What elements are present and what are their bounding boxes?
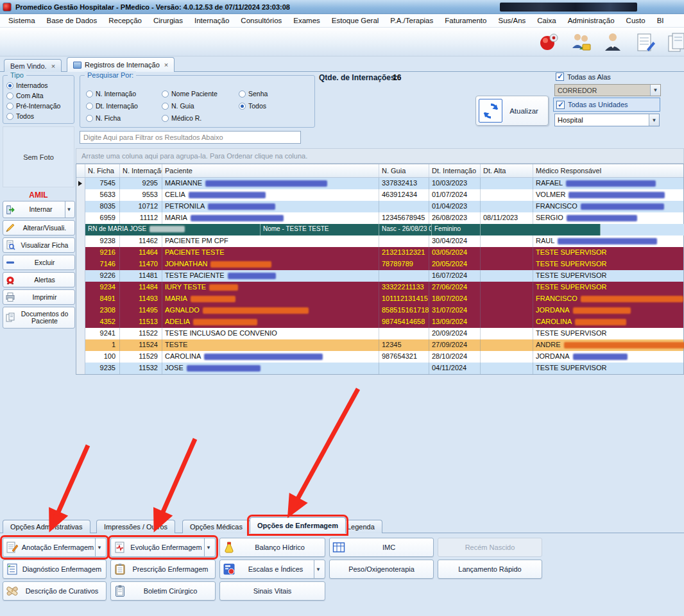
radio-n-guia[interactable]: N. Guia xyxy=(162,101,239,111)
rn-detail-row[interactable]: RN de MARIA JOSENome - TESTE TESTENasc -… xyxy=(76,224,683,235)
radio-icon[interactable] xyxy=(162,103,169,110)
documentos-do-paciente-button[interactable]: Documentos do Paciente xyxy=(3,307,75,329)
todas-alas-checkbox[interactable]: Todas as Alas xyxy=(556,73,611,81)
radio-todos[interactable]: Todos xyxy=(6,111,60,121)
menu-item-cirurgias[interactable]: Cirurgias xyxy=(148,15,189,26)
ala-dropdown[interactable]: CORREDOR ▼ xyxy=(554,84,661,96)
radio-icon[interactable] xyxy=(162,115,169,122)
visualizar-ficha-button[interactable]: Visualizar Ficha xyxy=(3,237,75,253)
unidade-dropdown[interactable]: Hospital ▼ xyxy=(554,114,660,126)
table-row[interactable]: 849111493MARIA10111213141518/07/2024FRAN… xyxy=(76,293,683,305)
radio-icon[interactable] xyxy=(86,90,93,98)
patients-icon[interactable] xyxy=(570,31,592,53)
menu-item-consultorios[interactable]: Consultórios xyxy=(235,15,287,26)
radio-icon[interactable] xyxy=(6,103,13,110)
table-row[interactable]: 923511532JOSE04/11/2024TESTE SUPERVISOR xyxy=(76,363,683,374)
group-by-bar[interactable]: Arraste uma coluna aqui para agrupa-la. … xyxy=(76,148,684,164)
tab-legenda[interactable]: Legenda xyxy=(339,520,382,533)
support-icon[interactable] xyxy=(538,31,560,53)
tab-opcoes-medicas[interactable]: Opções Médicas xyxy=(182,520,250,533)
menu-item-bi[interactable]: BI xyxy=(651,15,670,26)
table-row[interactable]: 75459295MARIANNE33783241310/03/2023RAFAE… xyxy=(76,178,683,189)
tab-impressoes-outros[interactable]: Impressões / Outros xyxy=(96,520,175,533)
menu-item-custo[interactable]: Custo xyxy=(620,15,651,26)
radio-n-ficha[interactable]: N. Ficha xyxy=(86,113,162,123)
radio-icon[interactable] xyxy=(86,115,93,122)
table-row[interactable]: 10011529CAROLINA98765432128/10/2024JORDA… xyxy=(76,351,683,363)
table-row[interactable]: 923411484IURY TESTE3332221113327/06/2024… xyxy=(76,282,683,293)
column-header-dt-internacao[interactable]: Dt. Internação xyxy=(429,164,481,177)
tab-bem-vindo[interactable]: Bem Vindo. × xyxy=(4,59,62,72)
radio-icon[interactable] xyxy=(6,113,13,120)
radio-todos[interactable]: Todos xyxy=(239,101,303,111)
chevron-down-icon[interactable]: ▼ xyxy=(95,538,103,556)
balanco-hidrico-button[interactable]: Balanço Hídrico xyxy=(219,538,325,557)
column-header-paciente[interactable]: Paciente xyxy=(162,164,379,177)
radio-com-alta[interactable]: Com Alta xyxy=(6,90,60,101)
excluir-button[interactable]: Excluir xyxy=(3,255,75,270)
radio-icon[interactable] xyxy=(86,103,93,110)
menu-item-sus-ans[interactable]: Sus/Ans xyxy=(492,15,531,26)
imprimir-button[interactable]: Imprimir xyxy=(3,289,75,305)
refresh-button[interactable]: Atualizar xyxy=(475,96,549,126)
tab-opcoes-adminstrativas[interactable]: Opções Adminstrativas xyxy=(3,520,90,533)
alterar-visuali-button[interactable]: Alterar/Visuali. xyxy=(3,220,75,235)
menu-item-caixa[interactable]: Caixa xyxy=(531,15,561,26)
tab-close-icon[interactable]: × xyxy=(51,62,55,70)
table-row[interactable]: 695911112MARIA1234567894526/08/202308/11… xyxy=(76,212,683,224)
filter-input[interactable] xyxy=(80,131,301,144)
chevron-down-icon[interactable]: ▼ xyxy=(650,85,660,96)
descricao-de-curativos-button[interactable]: Descrição de Curativos xyxy=(3,581,107,601)
internar-button[interactable]: Internar▼ xyxy=(3,201,75,218)
menu-item-exames[interactable]: Exames xyxy=(287,15,326,26)
chevron-down-icon[interactable]: ▼ xyxy=(649,114,659,126)
documents-icon[interactable] xyxy=(666,31,684,53)
menu-item-administracao[interactable]: Administração xyxy=(562,15,620,26)
tab-close-icon[interactable]: × xyxy=(164,61,168,69)
table-row[interactable]: 922611481TESTE PACIENTE16/07/2024TESTE S… xyxy=(76,270,683,282)
menu-item-base-de-dados[interactable]: Base de Dados xyxy=(41,15,103,26)
evolucao-enfermagem-button[interactable]: Evolução Enfermagem▼ xyxy=(110,538,216,557)
menu-item-estoque-geral[interactable]: Estoque Geral xyxy=(326,15,385,26)
column-header-dt-alta[interactable]: Dt. Alta xyxy=(481,164,533,177)
todas-unidades-checkbox[interactable]: Todas as Unidades xyxy=(553,98,660,112)
column-header-n-ficha[interactable]: N. Ficha xyxy=(85,164,120,177)
sinais-vitais-button[interactable]: Sinais Vitais xyxy=(219,581,325,601)
menu-item-p-a-terapias[interactable]: P.A./Terapias xyxy=(384,15,439,26)
radio-internados[interactable]: Internados xyxy=(6,80,60,90)
column-header-medico-responsavel[interactable]: Médico Responsável xyxy=(533,164,684,177)
table-row[interactable]: 803510712PETRONILA01/04/2023FRANCISCO xyxy=(76,201,683,212)
menu-item-sistema[interactable]: Sistema xyxy=(3,15,41,26)
lancamento-rapido-button[interactable]: Lançamento Rápido xyxy=(438,560,542,579)
radio-medico-r[interactable]: Médico R. xyxy=(162,113,239,123)
menu-item-recepcao[interactable]: Recepção xyxy=(103,15,148,26)
notes-icon[interactable] xyxy=(634,31,656,53)
escalas-e-indices-button[interactable]: Escalas e Índices▼ xyxy=(219,560,325,579)
user-icon[interactable] xyxy=(602,31,624,53)
table-row[interactable]: 923811462PACIENTE PM CPF30/04/2024RAUL xyxy=(76,235,683,247)
anotacao-enfermagem-button[interactable]: Anotação Enfermagem▼ xyxy=(3,538,107,557)
radio-pre-internacao[interactable]: Pré-Internação xyxy=(6,101,60,111)
chevron-down-icon[interactable]: ▼ xyxy=(65,201,73,218)
menu-item-faturamento[interactable]: Faturamento xyxy=(439,15,492,26)
table-row[interactable]: 435211513ADELIA9874541465813/09/2024CARO… xyxy=(76,316,683,328)
alertas-button[interactable]: Alertas xyxy=(3,272,75,287)
imc-button[interactable]: IMC xyxy=(329,538,434,557)
radio-senha[interactable]: Senha xyxy=(239,89,303,99)
radio-n-internacao[interactable]: N. Internação xyxy=(86,89,162,99)
radio-dt-internacao[interactable]: Dt. Internação xyxy=(86,101,162,111)
tab-registros-internacao[interactable]: Registros de Internação × xyxy=(67,57,175,72)
chevron-down-icon[interactable]: ▼ xyxy=(314,560,322,578)
boletim-cirurgico-button[interactable]: Boletim Cirúrgico xyxy=(110,581,216,601)
table-row[interactable]: 111524TESTE1234527/09/2024ANDRE xyxy=(76,339,683,351)
column-header-n-guia[interactable]: N. Guia xyxy=(379,164,429,177)
peso-oxigenoterapia-button[interactable]: Peso/Oxigenoterapia xyxy=(329,560,434,579)
table-row[interactable]: 230811495AGNALDO85851516171831/07/2024JO… xyxy=(76,305,683,316)
table-row[interactable]: 921611464PACIENTE TESTE2132131232103/05/… xyxy=(76,247,683,259)
table-row[interactable]: 56339553CELIA46391243401/07/2024VOLMER xyxy=(76,189,683,201)
table-row[interactable]: 924111522TESTE INCLUSAO DE CONVENIO20/09… xyxy=(76,328,683,339)
checkbox-icon[interactable] xyxy=(556,101,565,109)
diagnostico-enfermagem-button[interactable]: Diagnóstico Enfermagem xyxy=(3,560,107,579)
column-header-n-internacao[interactable]: N. Internação xyxy=(120,164,162,177)
radio-nome-paciente[interactable]: Nome Paciente xyxy=(162,89,239,99)
